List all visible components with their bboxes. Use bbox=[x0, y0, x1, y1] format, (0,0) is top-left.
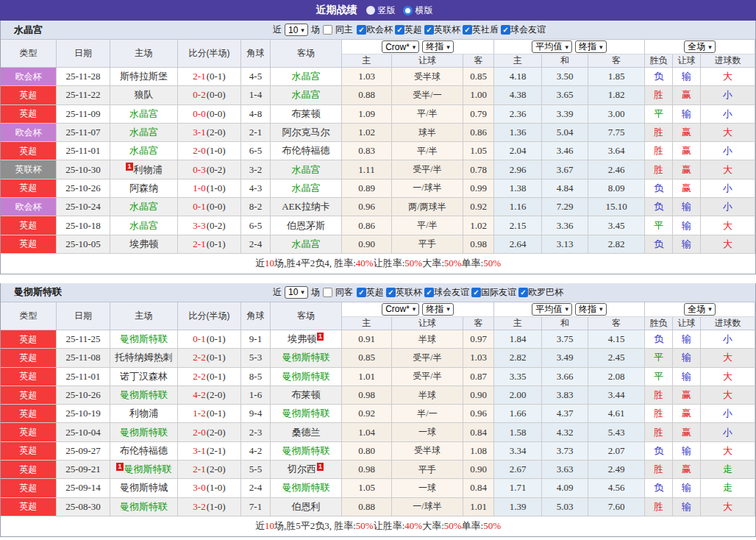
away-team[interactable]: 伯恩利 bbox=[271, 498, 342, 516]
checkbox-checked-icon[interactable]: ✓ bbox=[386, 288, 396, 297]
home-team-name[interactable]: 水晶宫 bbox=[129, 200, 158, 213]
radio-selected-icon[interactable] bbox=[403, 6, 413, 15]
bookmaker-select[interactable]: Crow* ▾ bbox=[382, 40, 419, 53]
score-cell[interactable]: 2-0(2-0) bbox=[178, 423, 241, 441]
checkbox-checked-icon[interactable]: ✓ bbox=[463, 25, 472, 35]
home-team[interactable]: 水晶宫 bbox=[110, 142, 178, 160]
home-team[interactable]: 水晶宫 bbox=[110, 198, 178, 216]
home-team[interactable]: 曼彻斯特联 bbox=[110, 423, 178, 441]
score-cell[interactable]: 1-0(1-0) bbox=[178, 180, 241, 198]
average-select[interactable]: 平均值 ▾ bbox=[532, 40, 572, 53]
home-team-name[interactable]: 埃弗顿 bbox=[129, 238, 158, 251]
away-team[interactable]: 曼彻斯特联 bbox=[271, 405, 342, 423]
away-team-name[interactable]: 曼彻斯特联 bbox=[282, 351, 330, 364]
home-team[interactable]: 托特纳姆热刺 bbox=[110, 349, 178, 367]
home-team[interactable]: 曼彻斯特联 bbox=[110, 386, 178, 405]
checkbox-checked-icon[interactable]: ✓ bbox=[424, 288, 434, 297]
away-team[interactable]: 桑德兰 bbox=[271, 423, 342, 441]
score-cell[interactable]: 3-1(2-0) bbox=[178, 124, 241, 142]
away-team[interactable]: 水晶宫 bbox=[271, 68, 342, 86]
away-team[interactable]: 水晶宫 bbox=[271, 86, 342, 104]
competition-checkbox-item[interactable]: ✓英社盾 bbox=[463, 24, 499, 36]
score-cell[interactable]: 2-1(0-1) bbox=[178, 235, 241, 254]
score-cell[interactable]: 2-0(1-0) bbox=[178, 142, 241, 160]
score-cell[interactable]: 0-1(0-1) bbox=[178, 330, 241, 349]
away-team[interactable]: 水晶宫 bbox=[271, 235, 342, 254]
away-team-name[interactable]: 伯恩茅斯 bbox=[287, 219, 325, 232]
average-select[interactable]: 平均值 ▾ bbox=[532, 303, 572, 316]
away-team[interactable]: 曼彻斯特联 bbox=[271, 349, 342, 367]
home-team-name[interactable]: 诺丁汉森林 bbox=[120, 370, 168, 383]
away-team[interactable]: 阿尔克马尔 bbox=[271, 124, 342, 142]
away-team-name[interactable]: 布莱顿 bbox=[292, 388, 321, 402]
score-cell[interactable]: 3-1(2-1) bbox=[178, 442, 241, 461]
bookmaker-time-select[interactable]: 终指 ▾ bbox=[422, 40, 454, 53]
checkbox-checked-icon[interactable]: ✓ bbox=[518, 288, 528, 297]
checkbox-checked-icon[interactable]: ✓ bbox=[501, 25, 510, 35]
home-team-name[interactable]: 曼彻斯特城 bbox=[120, 481, 168, 494]
home-team-name[interactable]: 水晶宫 bbox=[129, 126, 158, 139]
away-team-name[interactable]: 布伦特福德 bbox=[282, 144, 330, 157]
fullmatch-select[interactable]: 全场 ▾ bbox=[684, 303, 716, 316]
fullmatch-select[interactable]: 全场 ▾ bbox=[684, 40, 716, 53]
away-team-name[interactable]: 曼彻斯特联 bbox=[282, 407, 330, 420]
away-team-name[interactable]: 曼彻斯特联 bbox=[282, 370, 330, 383]
home-team[interactable]: 斯特拉斯堡 bbox=[110, 68, 178, 86]
away-team-name[interactable]: 阿尔克马尔 bbox=[282, 126, 330, 139]
away-team[interactable]: 埃弗顿1 bbox=[271, 330, 342, 349]
home-team-name[interactable]: 托特纳姆热刺 bbox=[115, 351, 173, 364]
competition-checkbox-item[interactable]: ✓国际友谊 bbox=[471, 286, 516, 299]
home-team[interactable]: 埃弗顿 bbox=[110, 235, 178, 254]
competition-checkbox-item[interactable]: ✓欧会杯 bbox=[357, 24, 393, 36]
away-team-name[interactable]: 水晶宫 bbox=[292, 238, 321, 251]
competition-checkbox-item[interactable]: ✓英超 bbox=[395, 24, 422, 36]
home-team-name[interactable]: 曼彻斯特联 bbox=[120, 426, 168, 439]
home-team-name[interactable]: 水晶宫 bbox=[129, 219, 158, 232]
home-team[interactable]: 水晶宫 bbox=[110, 124, 178, 142]
recent-count-select[interactable]: 10 ▾ bbox=[285, 286, 308, 299]
checkbox-checked-icon[interactable]: ✓ bbox=[395, 25, 404, 35]
score-cell[interactable]: 2-2(0-1) bbox=[178, 349, 241, 367]
home-team[interactable]: 1利物浦 bbox=[110, 160, 178, 179]
home-team[interactable]: 1曼彻斯特联 bbox=[110, 461, 178, 479]
away-team-name[interactable]: 曼彻斯特联 bbox=[282, 444, 330, 458]
away-team-name[interactable]: 伯恩利 bbox=[292, 500, 321, 514]
home-team[interactable]: 水晶宫 bbox=[110, 216, 178, 235]
away-team[interactable]: 布莱顿 bbox=[271, 105, 342, 124]
home-team-name[interactable]: 曼彻斯特联 bbox=[120, 333, 168, 346]
home-team[interactable]: 诺丁汉森林 bbox=[110, 368, 178, 386]
away-team-name[interactable]: 桑德兰 bbox=[292, 426, 321, 439]
checkbox-checked-icon[interactable]: ✓ bbox=[471, 288, 481, 297]
home-team[interactable]: 水晶宫 bbox=[110, 105, 178, 124]
home-team-name[interactable]: 曼彻斯特联 bbox=[124, 463, 172, 476]
away-team[interactable]: 曼彻斯特联 bbox=[271, 368, 342, 386]
home-team[interactable]: 狼队 bbox=[110, 86, 178, 104]
competition-checkbox-item[interactable]: ✓球会友谊 bbox=[501, 24, 546, 36]
competition-checkbox-item[interactable]: ✓英联杯 bbox=[386, 286, 422, 299]
home-team[interactable]: 曼彻斯特城 bbox=[110, 479, 178, 497]
checkbox-checked-icon[interactable]: ✓ bbox=[424, 25, 434, 35]
away-team-name[interactable]: 水晶宫 bbox=[292, 182, 321, 195]
bookmaker-time-select[interactable]: 终指 ▾ bbox=[422, 303, 454, 316]
away-team-name[interactable]: 埃弗顿 bbox=[288, 333, 316, 346]
home-team[interactable]: 布伦特福德 bbox=[110, 442, 178, 461]
away-team[interactable]: 布莱顿 bbox=[271, 386, 342, 405]
score-cell[interactable]: 2-1(2-0) bbox=[178, 461, 241, 479]
away-team-name[interactable]: AEK拉纳卡 bbox=[282, 200, 330, 213]
away-team-name[interactable]: 切尔西 bbox=[288, 463, 316, 476]
home-team-name[interactable]: 水晶宫 bbox=[129, 144, 158, 157]
away-team-name[interactable]: 曼彻斯特联 bbox=[282, 481, 330, 494]
layout-radio-vertical[interactable]: 竖版 bbox=[366, 4, 396, 17]
layout-radio-horizontal[interactable]: 横版 bbox=[403, 4, 433, 17]
home-team[interactable]: 曼彻斯特联 bbox=[110, 330, 178, 349]
away-team-name[interactable]: 水晶宫 bbox=[292, 88, 321, 102]
away-team[interactable]: 布伦特福德 bbox=[271, 142, 342, 160]
score-cell[interactable]: 3-3(0-2) bbox=[178, 216, 241, 235]
home-team[interactable]: 阿森纳 bbox=[110, 180, 178, 198]
competition-checkbox-item[interactable]: ✓英联杯 bbox=[424, 24, 460, 36]
home-team-name[interactable]: 曼彻斯特联 bbox=[120, 388, 168, 402]
competition-checkbox-item[interactable]: ✓英超 bbox=[357, 286, 384, 299]
score-cell[interactable]: 3-0(1-0) bbox=[178, 479, 241, 497]
away-team[interactable]: 曼彻斯特联 bbox=[271, 442, 342, 461]
away-team-name[interactable]: 布莱顿 bbox=[292, 107, 321, 121]
